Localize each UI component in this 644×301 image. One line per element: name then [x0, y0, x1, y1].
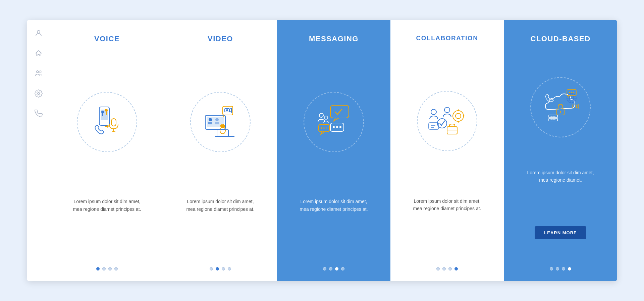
messaging-icon-area — [300, 88, 367, 156]
messaging-text: Lorem ipsum dolor sit dim amet, mea regi… — [297, 198, 371, 225]
dot-1[interactable] — [436, 267, 440, 270]
sidebar-icon-gear[interactable] — [33, 88, 44, 99]
dot-2[interactable] — [216, 267, 219, 270]
video-icon-area — [187, 88, 254, 156]
dot-4[interactable] — [341, 267, 344, 270]
dot-4[interactable] — [454, 267, 458, 270]
learn-more-button[interactable]: LEARN MORE — [535, 226, 586, 239]
sidebar-icon-home[interactable] — [33, 48, 44, 59]
cloud-icon-area — [527, 74, 594, 141]
dot-4[interactable] — [114, 267, 118, 270]
svg-point-1 — [37, 71, 39, 73]
video-title: VIDEO — [208, 35, 233, 43]
dot-3[interactable] — [108, 267, 112, 270]
dot-3[interactable] — [222, 267, 225, 270]
dot-3[interactable] — [448, 267, 452, 270]
collaboration-icon-area — [414, 87, 481, 155]
messaging-dots — [323, 267, 344, 270]
voice-icon-area — [73, 88, 141, 156]
collaboration-dots — [436, 267, 458, 270]
panels-area: VOICE — [50, 20, 617, 281]
panel-messaging: MESSAGING — [277, 20, 390, 281]
cloud-title: CLOUD-BASED — [530, 35, 590, 43]
sidebar-icon-user[interactable] — [33, 28, 44, 39]
dot-1[interactable] — [96, 267, 100, 270]
collaboration-text: Lorem ipsum dolor sit dim amet, mea regi… — [410, 197, 484, 224]
voice-text: Lorem ipsum dolor sit dim amet, mea regi… — [70, 198, 144, 225]
dot-1[interactable] — [210, 267, 213, 270]
dot-2[interactable] — [102, 267, 106, 270]
dot-1[interactable] — [550, 267, 553, 270]
cloud-dots — [550, 267, 571, 270]
panel-cloud: CLOUD-BASED — [504, 20, 617, 281]
dot-3[interactable] — [562, 267, 565, 270]
dot-3[interactable] — [335, 267, 338, 270]
messaging-header: MESSAGING — [309, 35, 359, 46]
sidebar-icon-people[interactable] — [33, 68, 44, 79]
panel-voice: VOICE — [50, 20, 164, 281]
collaboration-title: COLLABORATION — [416, 35, 478, 42]
collaboration-header: COLLABORATION — [416, 35, 478, 45]
dot-1[interactable] — [323, 267, 326, 270]
video-text: Lorem ipsum dolor sit dim amet, mea regi… — [183, 198, 257, 225]
dot-4[interactable] — [228, 267, 231, 270]
video-dots — [210, 267, 231, 270]
dot-2[interactable] — [556, 267, 559, 270]
main-container: VOICE — [27, 20, 617, 281]
voice-title: VOICE — [94, 35, 120, 43]
sidebar — [27, 20, 50, 281]
svg-point-2 — [39, 71, 41, 73]
cloud-header: CLOUD-BASED — [530, 35, 590, 46]
video-header: VIDEO — [208, 35, 233, 46]
svg-point-0 — [37, 31, 40, 33]
dot-4[interactable] — [568, 267, 571, 270]
voice-header: VOICE — [94, 35, 120, 46]
dot-2[interactable] — [442, 267, 446, 270]
cloud-text: Lorem ipsum dolor sit dim amet, mea regi… — [524, 169, 597, 196]
panel-video: VIDEO — [164, 20, 277, 281]
svg-point-3 — [38, 93, 40, 95]
voice-dots — [96, 267, 118, 270]
sidebar-icon-phone[interactable] — [33, 108, 44, 119]
messaging-title: MESSAGING — [309, 35, 359, 43]
dot-2[interactable] — [329, 267, 332, 270]
panel-collaboration: COLLABORATION — [390, 20, 504, 281]
